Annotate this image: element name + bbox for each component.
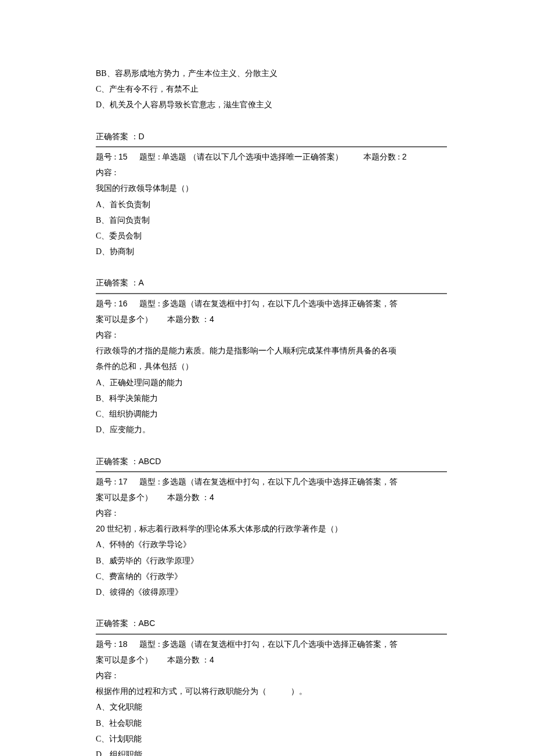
option-a: A、正确处理问题的能力: [96, 375, 447, 390]
answer-value: A: [139, 278, 144, 287]
question-header: 题号 : 16 题型 : 多选题（请在复选框中打勾，在以下几个选项中选择正确答案…: [96, 296, 447, 311]
answer-value: ABC: [139, 618, 156, 628]
option-c: C、委员会制: [96, 229, 447, 243]
content-label: 内容 :: [96, 668, 447, 683]
question-number: 17: [118, 477, 128, 486]
question-type-line1: 多选题（请在复选框中打勾，在以下几个选项中选择正确答案，答: [162, 478, 398, 486]
option-d: D、彼得的《彼得原理》: [96, 585, 447, 599]
question-16: 题号 : 16 题型 : 多选题（请在复选框中打勾，在以下几个选项中选择正确答案…: [96, 293, 447, 472]
answer-line: 正确答案 ：D: [96, 129, 447, 144]
question-number: 16: [118, 299, 128, 308]
question-stem: 我国的行政领导体制是（）: [96, 181, 447, 196]
option-d: D、组织职能: [96, 747, 447, 756]
question-score: 4: [210, 493, 214, 502]
option-a: A、文化职能: [96, 700, 447, 714]
question-stem: 20 20 世纪初，标志着行政科学的理论体系大体形成的行政学著作是（）世纪初，标…: [96, 522, 447, 536]
question-header-line2: 案可以是多个） 本题分数 ：4: [96, 490, 447, 505]
question-stem-l1: 行政领导的才指的是能力素质。能力是指影响一个人顺利完成某件事情所具备的各项: [96, 343, 447, 358]
question-type: 单选题 （请在以下几个选项中选择唯一正确答案）: [162, 153, 343, 161]
question-stem-l2: 条件的总和，具体包括（）: [96, 359, 447, 374]
question-score: 4: [210, 655, 214, 664]
answer-label: 正确答案 ：: [96, 619, 139, 628]
document-page: BB、容易形成地方势力，产生本位主义、分散主义 C、产生有令不行，有禁不止 D、…: [0, 0, 534, 756]
option-c: C、产生有令不行，有禁不止: [96, 82, 447, 96]
question-number: 15: [118, 152, 128, 161]
option-c: C、计划职能: [96, 732, 447, 746]
question-score: 4: [210, 314, 214, 324]
question-score: 2: [402, 152, 407, 161]
option-d: D、应变能力。: [96, 422, 447, 437]
question-header-line2: 案可以是多个） 本题分数 ：4: [96, 653, 447, 667]
question-type-line1: 多选题（请在复选框中打勾，在以下几个选项中选择正确答案，答: [162, 299, 398, 308]
content-label: 内容 :: [96, 165, 447, 180]
option-d: D、协商制: [96, 244, 447, 259]
option-b: BB、容易形成地方势力，产生本位主义、分散主义: [96, 66, 447, 81]
option-c: C、费富纳的《行政学》: [96, 569, 447, 584]
question-header: 题号 : 15 题型 : 单选题 （请在以下几个选项中选择唯一正确答案） 本题分…: [96, 150, 447, 164]
option-a: A、首长负责制: [96, 197, 447, 212]
question-14-tail: BB、容易形成地方势力，产生本位主义、分散主义 C、产生有令不行，有禁不止 D、…: [96, 64, 447, 147]
option-b: B、首问负责制: [96, 213, 447, 227]
question-15: 题号 : 15 题型 : 单选题 （请在以下几个选项中选择唯一正确答案） 本题分…: [96, 146, 447, 294]
question-17: 题号 : 17 题型 : 多选题（请在复选框中打勾，在以下几个选项中选择正确答案…: [96, 471, 447, 635]
answer-value: D: [139, 132, 145, 141]
question-header: 题号 : 18 题型 : 多选题（请在复选框中打勾，在以下几个选项中选择正确答案…: [96, 637, 447, 652]
question-stem: 根据作用的过程和方式，可以将行政职能分为（ ）。: [96, 684, 447, 699]
option-b: B、科学决策能力: [96, 391, 447, 406]
question-header-line2: 案可以是多个） 本题分数 ：4: [96, 312, 447, 327]
content-label: 内容 :: [96, 506, 447, 520]
question-number: 18: [118, 639, 128, 649]
content-label: 内容 :: [96, 328, 447, 342]
answer-label: 正确答案 ：: [96, 457, 139, 466]
option-d: D、机关及个人容易导致长官意志，滋生官僚主义: [96, 97, 447, 112]
option-b: B、威劳毕的《行政学原理》: [96, 554, 447, 568]
question-header: 题号 : 17 题型 : 多选题（请在复选框中打勾，在以下几个选项中选择正确答案…: [96, 475, 447, 489]
answer-label: 正确答案 ：: [96, 278, 139, 287]
option-b: B、社会职能: [96, 716, 447, 730]
answer-line: 正确答案 ：ABC: [96, 616, 447, 631]
option-text: B、容易形成地方势力，产生本位主义、分散主义: [101, 69, 277, 78]
answer-line: 正确答案 ：ABCD: [96, 454, 447, 469]
option-a: A、怀特的《行政学导论》: [96, 537, 447, 552]
answer-line: 正确答案 ：A: [96, 276, 447, 290]
answer-value: ABCD: [139, 457, 161, 466]
question-type-line1: 多选题（请在复选框中打勾，在以下几个选项中选择正确答案，答: [162, 640, 398, 649]
answer-label: 正确答案 ：: [96, 132, 139, 141]
option-c: C、组织协调能力: [96, 407, 447, 421]
question-18: 题号 : 18 题型 : 多选题（请在复选框中打勾，在以下几个选项中选择正确答案…: [96, 634, 447, 756]
